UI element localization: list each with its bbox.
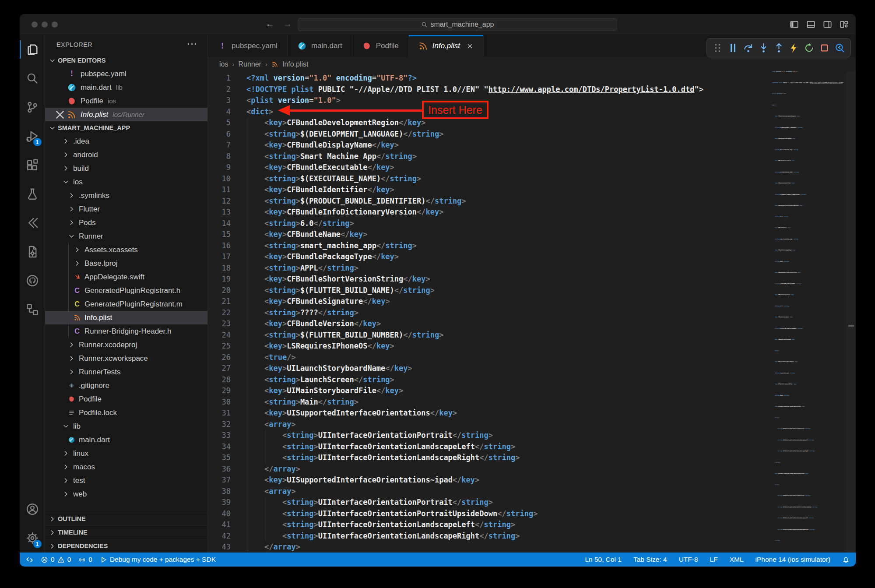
breadcrumb-file[interactable]: Info.plist <box>282 60 309 68</box>
indentation[interactable]: Tab Size: 4 <box>633 556 667 563</box>
tab-pubspec-yaml[interactable]: ! pubspec.yaml <box>208 35 288 57</box>
tree-item--gitignore[interactable]: .gitignore <box>45 379 207 392</box>
breadcrumb-parent[interactable]: Runner <box>238 60 261 68</box>
cursor-position[interactable]: Ln 50, Col 1 <box>585 556 622 563</box>
sidebar-item-run-debug[interactable]: 1 <box>20 122 45 151</box>
command-center-search[interactable]: smart_machine_app <box>298 18 617 31</box>
tree-item-runner[interactable]: Runner <box>45 229 207 243</box>
sidebar-item-references[interactable] <box>20 295 45 324</box>
remote-indicator[interactable] <box>26 556 33 563</box>
language-mode[interactable]: XML <box>730 556 744 563</box>
sidebar-item-project-tools[interactable] <box>20 237 45 266</box>
tree-item-flutter[interactable]: Flutter <box>45 202 207 216</box>
toggle-sidebar-icon[interactable] <box>790 20 799 29</box>
tab-podfile[interactable]: Podfile <box>352 35 409 57</box>
line-number: 41 <box>208 519 231 531</box>
problems-indicator[interactable]: 0 0 <box>41 556 71 563</box>
section-dependencies[interactable]: DEPENDENCIES <box>45 539 207 553</box>
tree-item-ios[interactable]: ios <box>45 175 207 189</box>
notifications-button[interactable] <box>842 556 850 563</box>
widget-inspector-icon[interactable] <box>834 42 845 53</box>
tree-item-build[interactable]: build <box>45 162 207 175</box>
line-number: 23 <box>208 318 231 330</box>
accounts-button[interactable] <box>20 495 45 524</box>
code-editor[interactable]: 1<?xml version="1.0" encoding="UTF-8"?>2… <box>208 71 856 553</box>
line-number: 17 <box>208 251 231 263</box>
close-icon[interactable] <box>53 108 67 122</box>
tree-item-pods[interactable]: Pods <box>45 216 207 229</box>
hot-reload-icon[interactable] <box>788 42 799 53</box>
open-editors-header[interactable]: OPEN EDITORS <box>45 54 207 67</box>
tree-item-info-plist[interactable]: Info.plist <box>45 311 207 324</box>
sidebar-item-testing[interactable] <box>20 180 45 208</box>
step-into-icon[interactable] <box>758 42 769 53</box>
tree-item-web[interactable]: web <box>45 487 207 501</box>
tree-item-generatedpluginregistrant-m[interactable]: CGeneratedPluginRegistrant.m <box>45 297 207 311</box>
explorer-actions-icon[interactable]: ··· <box>187 40 198 49</box>
tree-item-test[interactable]: test <box>45 474 207 487</box>
code-line: 12 <string>$(PRODUCT_BUNDLE_IDENTIFIER)<… <box>208 196 856 207</box>
tree-item-label: Assets.xcassets <box>84 246 138 254</box>
sidebar-item-source-control[interactable] <box>20 93 45 122</box>
customize-layout-icon[interactable] <box>840 20 849 29</box>
open-editor-main-dart[interactable]: main.dart lib <box>45 81 207 94</box>
pause-icon[interactable] <box>727 42 738 53</box>
tab-info-plist[interactable]: Info.plist <box>409 35 484 57</box>
toggle-secondary-sidebar-icon[interactable] <box>823 20 832 29</box>
ports-indicator[interactable]: 0 <box>78 556 92 563</box>
tree-item-base-lproj[interactable]: Base.lproj <box>45 257 207 270</box>
history-forward-button[interactable]: → <box>281 18 294 29</box>
chevron-right-icon <box>49 529 56 536</box>
zoom-window-button[interactable] <box>52 21 58 28</box>
tree-item--idea[interactable]: .idea <box>45 134 207 148</box>
editor-scrollbar[interactable] <box>846 71 856 553</box>
open-editor-podfile[interactable]: Podfile ios <box>45 94 207 108</box>
tree-item-podfile-lock[interactable]: Podfile.lock <box>45 406 207 419</box>
stop-icon[interactable] <box>819 42 830 53</box>
tree-item-podfile[interactable]: Podfile <box>45 392 207 406</box>
ruby-icon <box>67 96 77 106</box>
restart-icon[interactable] <box>804 42 815 53</box>
sidebar-item-flutter[interactable] <box>20 208 45 237</box>
tree-item-macos[interactable]: macos <box>45 460 207 474</box>
chevron-right-icon <box>67 192 75 200</box>
device-selector[interactable]: iPhone 14 (ios simulator) <box>756 556 830 563</box>
tree-item-generatedpluginregistrant-h[interactable]: CGeneratedPluginRegistrant.h <box>45 284 207 297</box>
section-outline[interactable]: OUTLINE <box>45 512 207 525</box>
section-timeline[interactable]: TIMELINE <box>45 525 207 539</box>
history-back-button[interactable]: ← <box>264 18 276 29</box>
tree-item-appdelegate-swift[interactable]: AppDelegate.swift <box>45 270 207 284</box>
step-over-icon[interactable] <box>743 42 754 53</box>
tree-item-runner-xcodeproj[interactable]: Runner.xcodeproj <box>45 338 207 352</box>
tree-item-linux[interactable]: linux <box>45 447 207 460</box>
sidebar-item-extensions[interactable] <box>20 151 45 180</box>
tree-item-runnertests[interactable]: RunnerTests <box>45 365 207 379</box>
minimize-window-button[interactable] <box>42 21 48 28</box>
tree-item-assets-xcassets[interactable]: Assets.xcassets <box>45 243 207 257</box>
close-window-button[interactable] <box>32 21 38 28</box>
tree-item-android[interactable]: android <box>45 148 207 162</box>
breadcrumb-root[interactable]: ios <box>219 60 228 68</box>
step-out-icon[interactable] <box>773 42 784 53</box>
code-line: 26 <true/> <box>208 352 856 363</box>
sidebar-item-search[interactable] <box>20 64 45 93</box>
tab-main-dart[interactable]: main.dart <box>288 35 352 57</box>
open-editor-info-plist[interactable]: Info.plist ios/Runner <box>45 108 207 121</box>
project-root-header[interactable]: SMART_MACHINE_APP <box>45 121 207 134</box>
tree-item--symlinks[interactable]: .symlinks <box>45 189 207 202</box>
settings-button[interactable]: 1 <box>20 524 45 553</box>
close-icon[interactable] <box>466 42 474 50</box>
eol[interactable]: LF <box>710 556 718 563</box>
toggle-panel-icon[interactable] <box>806 20 815 29</box>
open-editor-pubspec[interactable]: ! pubspec.yaml <box>45 67 207 81</box>
tree-item-lib[interactable]: lib <box>45 419 207 433</box>
tree-item-runner-xcworkspace[interactable]: Runner.xcworkspace <box>45 352 207 365</box>
tree-item-runner-bridging-header-h[interactable]: CRunner-Bridging-Header.h <box>45 324 207 338</box>
tree-item-main-dart[interactable]: main.dart <box>45 433 207 447</box>
encoding[interactable]: UTF-8 <box>679 556 698 563</box>
sidebar-item-github[interactable] <box>20 266 45 295</box>
sidebar-item-explorer[interactable] <box>20 35 45 64</box>
debug-launch[interactable]: Debug my code + packages + SDK <box>100 556 216 563</box>
breadcrumb[interactable]: ios › Runner › Info.plist <box>208 57 856 71</box>
drag-handle-icon[interactable] <box>712 42 723 53</box>
